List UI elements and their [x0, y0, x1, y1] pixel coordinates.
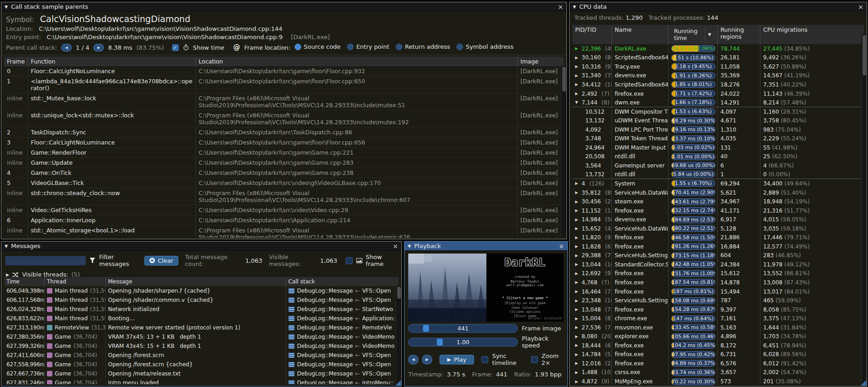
prev-callstack-button[interactable]: ◀	[61, 44, 72, 52]
process-row[interactable]: ▶14,784(5) firefox.exe 97.95 ms (0.42%) …	[572, 350, 864, 359]
expand-arrow-icon[interactable]: ▶	[575, 280, 579, 284]
expand-arrow-icon[interactable]: ▶	[575, 218, 579, 222]
message-row[interactable]: 606,049,398ns Main thread(31,596) Openin…	[4, 286, 399, 295]
callstack-list-icon[interactable]	[288, 362, 295, 367]
message-row[interactable]: 627,831,246ns Game(36,704) Intro menu lo…	[4, 378, 399, 384]
column-header-image[interactable]: Image	[518, 57, 564, 66]
frame-row[interactable]: 0 Floor::CalcLightNoLuminance C:\Users\w…	[4, 66, 564, 76]
column-header-running-time[interactable]: Running time▼	[668, 25, 718, 44]
message-callstack[interactable]: DebugLog::Message←Application:	[286, 314, 399, 323]
frame-row[interactable]: inline std::_Mutex_base::lock C:\Program…	[4, 93, 564, 110]
expand-arrow-icon[interactable]: ▶	[575, 271, 579, 276]
show-time-checkbox[interactable]: ✓	[172, 44, 179, 51]
column-header-callstack[interactable]: Call stack	[286, 277, 399, 286]
process-row[interactable]: ▼7,144(8) dwm.exe 1.66 s (7.18%) 14,291 …	[572, 98, 864, 107]
next-callstack-button[interactable]: ▶	[93, 44, 104, 52]
playback-speed-slider[interactable]: 1.00	[408, 338, 518, 347]
process-row[interactable]: ▶11,820(9) firefox.exe 346.58 ms (1.50%)…	[572, 233, 864, 242]
process-row[interactable]: 4,092 DWM LPC Port Thread 29.16 ms (0.13…	[572, 125, 864, 134]
process-row[interactable]: ▶30,160(84) ScriptedSandbox64.exe 2.51 s…	[572, 53, 864, 63]
column-header-thread[interactable]: Thread	[45, 277, 106, 286]
column-header-message[interactable]: Message	[106, 277, 286, 286]
process-row[interactable]: ▶1,488(10) csrss.exe 83.74 ms (0.36%) 3,…	[572, 368, 864, 377]
process-row[interactable]: ▶30,456(25) steam.exe 643.61 ms (2.79%) …	[572, 197, 864, 206]
messages-scrollbar[interactable]	[396, 286, 401, 384]
message-row[interactable]: 626,833,622ns Main thread(31,596) Bootin…	[4, 314, 399, 323]
process-row[interactable]: ▶15,652(43) ServiceHub.DataWarehou 580.2…	[572, 224, 864, 233]
process-row[interactable]: 3,748 DWM Token Thread 23.37 ms (0.10%) …	[572, 134, 864, 143]
expand-arrow-icon[interactable]: ▶	[575, 289, 579, 294]
expand-arrow-icon[interactable]: ▶	[575, 74, 579, 78]
frame-row[interactable]: inline std::unique_lock<std::mutex>::loc…	[4, 110, 564, 127]
expand-arrow-icon[interactable]: ▶	[575, 307, 579, 312]
cpu-scrollbar[interactable]	[861, 34, 867, 385]
zoom-2x-checkbox[interactable]	[531, 356, 538, 363]
expand-arrow-icon[interactable]: ▶	[575, 380, 579, 384]
message-callstack[interactable]: DebugLog::Message←VFS::Open	[286, 295, 399, 305]
process-row[interactable]: ▶27,536(7) msvsmon.exe 133.45 ms (0.58%)…	[572, 323, 864, 332]
process-row[interactable]: ▶4,872(9) MsMpEng.exe 70.22 ms (0.30%) 5…	[572, 377, 864, 385]
clear-button[interactable]: Clear	[144, 256, 178, 266]
process-row[interactable]: ▶11,828(6) firefox.exe 291.26 ms (1.26%)…	[572, 242, 864, 251]
expand-arrow-icon[interactable]: ▶	[575, 361, 579, 365]
column-header-name[interactable]: Name	[612, 25, 668, 44]
message-row[interactable]: 627,667,736ns Game(36,704) Opening /meta…	[4, 369, 399, 378]
process-row[interactable]: 20,508 ntdll.dll 1.01 ms (0.00%) 40 25(6…	[572, 152, 864, 162]
process-row[interactable]: ▶11,152(12) firefox.exe 632.15 ms (2.74%…	[572, 206, 864, 215]
callstack-list-icon[interactable]	[288, 380, 295, 384]
resize-grip[interactable]	[395, 380, 401, 386]
frame-location-radio[interactable]: Symbol address	[457, 43, 514, 50]
process-row[interactable]: ▶31,340(75) devenv.exe 1.91 s (8.26%) 35…	[572, 71, 864, 81]
process-row[interactable]: ▶29,388(77) ServiceHub.SettingsHost 273.…	[572, 251, 864, 260]
close-icon[interactable]: ×	[393, 243, 398, 249]
callstack-list-icon[interactable]	[288, 288, 295, 294]
process-row[interactable]: ▶10,316(9) Tracy.exe 2.18 s (9.45%) 11,0…	[572, 62, 864, 71]
play-button[interactable]: ▶ Play	[440, 355, 474, 364]
resize-grip[interactable]	[861, 380, 866, 386]
message-callstack[interactable]: DebugLog::Message←IntroMenu::	[286, 378, 399, 384]
message-row[interactable]: 627,411,606ns Game(36,704) Opening /fore…	[4, 351, 399, 360]
expand-arrow-icon[interactable]: ▼	[575, 100, 579, 104]
frame-row[interactable]: inline Game::Update C:\Users\wolf\Deskto…	[4, 158, 564, 168]
expand-arrow-icon[interactable]: ▶	[575, 226, 579, 231]
process-row[interactable]: ▶13,048(7) firefox.exe 154.28 ms (0.67%)…	[572, 305, 864, 314]
expand-arrow-icon[interactable]: ▶	[575, 299, 579, 303]
next-frame-button[interactable]: ▶	[422, 355, 432, 364]
callstack-list-icon[interactable]	[288, 352, 295, 358]
message-row[interactable]: 626,024,328ns Main thread(31,596) Networ…	[4, 305, 399, 314]
expand-arrow-icon[interactable]: ▶	[575, 64, 579, 69]
message-callstack[interactable]: DebugLog::Message←StartNetwo	[286, 305, 399, 314]
process-row[interactable]: ▶16,464(7) firefox.exe 187 ms (0.81%) 15…	[572, 287, 864, 296]
process-row[interactable]: ▶15,004(8) chrome.exe 147 ms (0.64%) 7,1…	[572, 314, 864, 323]
column-header-pid[interactable]: PID/TID	[572, 25, 612, 44]
column-header-running-regions[interactable]: Running regions	[718, 25, 760, 44]
message-row[interactable]: 606,117,568ns Main thread(31,596) Openin…	[4, 295, 399, 305]
expand-arrow-icon[interactable]: ▶	[575, 370, 579, 375]
message-callstack[interactable]: DebugLog::Message←RemoteVie	[286, 323, 399, 332]
expand-arrow-icon[interactable]: ▶	[575, 82, 579, 87]
message-row[interactable]: 627,558,996ns Game(36,704) Opening /fore…	[4, 360, 399, 369]
expand-arrow-icon[interactable]: ▶	[575, 352, 579, 357]
scrollbar-thumb[interactable]	[562, 67, 566, 92]
expand-arrow-icon[interactable]: ▶	[575, 208, 579, 213]
frame-row[interactable]: 6 Application::InnerLoop C:\Users\wolf\D…	[4, 215, 564, 225]
process-row[interactable]: ▶12,692(9) firefox.exe 231.76 ms (1.00%)…	[572, 269, 864, 278]
process-row[interactable]: ▶12,016(2) firefox.exe 84.89 ms (0.37%) …	[572, 359, 864, 368]
expand-arrow-icon[interactable]: ▶	[575, 92, 579, 96]
expand-arrow-icon[interactable]: ▶	[575, 181, 579, 185]
frame-row[interactable]: 3 Floor::CalcLightNoLuminance C:\Users\w…	[4, 138, 564, 148]
message-callstack[interactable]: DebugLog::Message←VideoMemo	[286, 332, 399, 341]
callstack-list-icon[interactable]	[288, 297, 295, 303]
column-header-location[interactable]: Location	[196, 57, 518, 66]
process-row[interactable]: ▶23,348(106) ServiceHub.SettingsHost 158…	[572, 296, 864, 305]
callstack-list-icon[interactable]	[288, 343, 295, 349]
message-row[interactable]: 627,313,190ns RemoteView(31,392) Remote …	[4, 323, 399, 332]
message-row[interactable]: 627,380,356ns Game(36,704) VRAM 37x45: 1…	[4, 332, 399, 341]
process-row[interactable]: 13,732 ntdll.dll 5.84 us (0.00%) 1 0(0.0…	[572, 170, 864, 179]
column-header-cpu-migrations[interactable]: CPU migrations	[760, 25, 864, 44]
process-row[interactable]: 3,564 GameInput server 69.68 us (0.00%) …	[572, 161, 864, 170]
expand-arrow-icon[interactable]: ▶	[575, 325, 579, 329]
process-row[interactable]: ▶35,812(88) ServiceHub.DataWarehou 670.4…	[572, 188, 864, 197]
frame-row[interactable]: 1 <lambda_84a19dc444fae966ca174e83e708bd…	[4, 76, 564, 93]
frame-row[interactable]: 2 TaskDispatch::Sync C:\Users\wolf\Deskt…	[4, 127, 564, 138]
